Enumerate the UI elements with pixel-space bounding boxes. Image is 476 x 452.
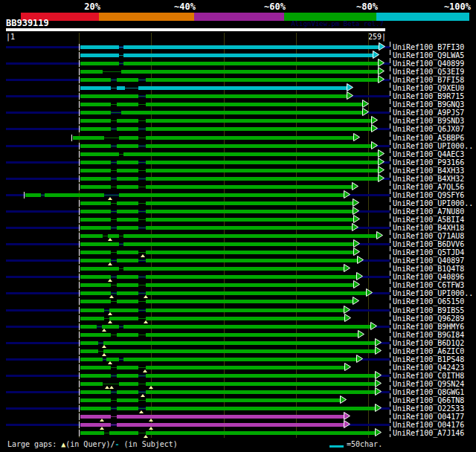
hit-label[interactable]: UniRef100_Q9XEU0 — [393, 84, 464, 92]
hsp-bar-segment[interactable] — [103, 341, 376, 345]
hsp-bar-segment[interactable] — [146, 291, 367, 295]
hsp-bar-segment[interactable] — [80, 226, 111, 230]
hit-label[interactable]: UniRef100_Q9SN24 — [393, 380, 464, 388]
hit-label[interactable]: UniRef100_Q4AEC3 — [393, 150, 464, 158]
hsp-bar-segment[interactable] — [80, 259, 111, 262]
hsp-bar-segment[interactable] — [146, 309, 344, 312]
hit-label[interactable]: UniRef100_Q96289 — [393, 314, 464, 323]
hit-label[interactable]: UniRef100_Q9LWA5 — [393, 51, 464, 59]
hit-label[interactable]: UniRef100_B1PS48 — [393, 355, 464, 364]
hsp-bar-segment[interactable] — [146, 251, 354, 254]
hit-label[interactable]: UniRef100_A7NU80 — [393, 207, 464, 216]
hit-label[interactable]: UniRef100_O22533 — [393, 404, 464, 413]
hsp-bar-segment[interactable] — [80, 111, 111, 114]
hsp-bar-segment[interactable] — [146, 226, 353, 230]
hsp-bar-segment[interactable] — [80, 374, 111, 378]
hsp-bar-segment[interactable] — [80, 177, 111, 181]
hsp-bar-segment[interactable] — [117, 86, 125, 90]
hsp-bar-segment[interactable] — [146, 333, 358, 337]
hsp-bar-segment[interactable] — [80, 70, 103, 74]
hsp-bar-segment[interactable] — [80, 300, 111, 303]
hsp-bar-segment[interactable] — [123, 45, 379, 49]
hit-label[interactable]: UniRef100_B7FI30 — [393, 43, 464, 51]
hit-label[interactable]: UniRef100_B9HMY6 — [393, 323, 464, 331]
hsp-bar-segment[interactable] — [117, 218, 138, 222]
hit-label[interactable]: UniRef100_Q66TN8 — [393, 396, 464, 404]
hsp-bar-segment[interactable] — [138, 86, 347, 90]
hsp-bar-segment[interactable] — [117, 226, 138, 230]
hsp-bar-segment[interactable] — [146, 177, 379, 181]
hsp-bar-segment[interactable] — [80, 309, 104, 312]
hit-label[interactable]: UniRef100_Q9SFY6 — [393, 191, 464, 199]
hsp-bar-segment[interactable] — [73, 136, 104, 140]
hsp-bar-segment[interactable] — [146, 317, 345, 320]
hsp-bar-segment[interactable] — [80, 283, 111, 287]
hsp-bar-segment[interactable] — [80, 366, 111, 369]
hsp-bar-segment[interactable] — [80, 275, 111, 279]
hsp-bar-segment[interactable] — [117, 333, 138, 337]
hsp-bar-segment[interactable] — [123, 62, 379, 65]
hsp-bar-segment[interactable] — [80, 390, 111, 394]
hsp-bar-segment[interactable] — [80, 382, 103, 386]
hsp-bar-segment[interactable] — [80, 185, 111, 189]
hsp-bar-segment[interactable] — [103, 349, 376, 353]
hit-label[interactable]: UniRef100_A5BBP6 — [393, 134, 464, 142]
hsp-bar-segment[interactable] — [146, 374, 376, 378]
hit-label[interactable]: UniRef100_B9GI84 — [393, 331, 464, 339]
hit-label[interactable]: UniRef100_A7J146 — [393, 429, 464, 437]
hsp-bar-segment[interactable] — [80, 201, 111, 205]
hit-label[interactable]: UniRef100_A5BII4 — [393, 216, 464, 224]
hsp-bar-segment[interactable] — [117, 275, 138, 279]
hit-label[interactable]: UniRef100_UPI000.. — [393, 199, 473, 207]
hsp-bar-segment[interactable] — [117, 210, 138, 213]
hsp-bar-segment[interactable] — [117, 251, 138, 254]
hit-label[interactable]: UniRef100_Q40897 — [393, 256, 464, 265]
hsp-bar-segment[interactable] — [123, 234, 377, 238]
hsp-bar-segment[interactable] — [117, 161, 138, 164]
hsp-bar-segment[interactable] — [123, 358, 357, 361]
hsp-bar-segment[interactable] — [123, 242, 354, 246]
hit-label[interactable]: UniRef100_B9IBS5 — [393, 306, 464, 314]
hit-label[interactable]: UniRef100_A9PJS7 — [393, 109, 464, 117]
hsp-bar-segment[interactable] — [117, 398, 138, 402]
hsp-bar-segment[interactable] — [80, 407, 111, 410]
hsp-bar-segment[interactable] — [80, 152, 119, 156]
hit-label[interactable]: UniRef100_B9GNQ3 — [393, 100, 464, 109]
hsp-bar-segment[interactable] — [146, 201, 353, 205]
hsp-bar-segment[interactable] — [146, 382, 376, 386]
hsp-bar-segment[interactable] — [80, 423, 111, 427]
hsp-bar-segment[interactable] — [117, 283, 138, 287]
hit-label[interactable]: UniRef100_B7FI58 — [393, 76, 464, 84]
hsp-bar-segment[interactable] — [80, 144, 111, 148]
hit-label[interactable]: UniRef100_Q53EI9 — [393, 68, 464, 76]
hsp-bar-segment[interactable] — [80, 86, 111, 90]
hit-label[interactable]: UniRef100_O04176 — [393, 421, 464, 429]
hsp-bar-segment[interactable] — [80, 234, 103, 238]
hsp-bar-segment[interactable] — [146, 136, 354, 140]
hsp-bar-segment[interactable] — [80, 94, 138, 98]
hit-label[interactable]: UniRef100_O04177 — [393, 413, 464, 421]
hsp-bar-segment[interactable] — [146, 161, 379, 164]
hit-label[interactable]: UniRef100_A6ZIC0 — [393, 347, 464, 355]
hsp-bar-segment[interactable] — [146, 169, 379, 172]
hsp-bar-segment[interactable] — [80, 251, 111, 254]
hsp-bar-segment[interactable] — [119, 193, 344, 197]
hit-label[interactable]: UniRef100_B4XH18 — [393, 224, 464, 232]
hsp-bar-segment[interactable] — [146, 218, 354, 222]
hsp-bar-segment[interactable] — [80, 267, 119, 271]
hit-label[interactable]: UniRef100_Q40896 — [393, 273, 464, 281]
hsp-bar-segment[interactable] — [80, 119, 111, 123]
hit-label[interactable]: UniRef100_B1Q4T8 — [393, 265, 464, 273]
hsp-bar-segment[interactable] — [80, 242, 119, 246]
hsp-bar-segment[interactable] — [146, 210, 353, 213]
hit-label[interactable]: UniRef100_B4XH32 — [393, 175, 464, 183]
hsp-bar-segment[interactable] — [146, 275, 357, 279]
hsp-bar-segment[interactable] — [117, 390, 138, 394]
hsp-bar-segment[interactable] — [146, 407, 376, 410]
hsp-bar-segment[interactable] — [117, 300, 138, 303]
hsp-bar-segment[interactable] — [117, 185, 138, 189]
hit-label[interactable]: UniRef100_B9SND3 — [393, 117, 464, 125]
hsp-bar-segment[interactable] — [123, 325, 371, 329]
hsp-bar-segment[interactable] — [80, 358, 103, 361]
hsp-bar-segment[interactable] — [123, 54, 373, 57]
